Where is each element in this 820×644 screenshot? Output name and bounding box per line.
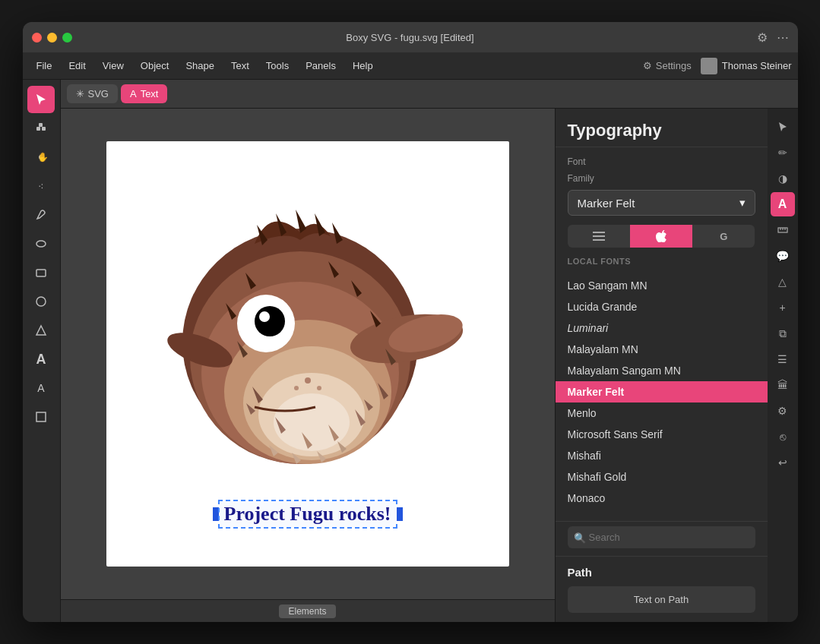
menu-edit[interactable]: Edit (61, 57, 93, 74)
svg-point-43 (317, 386, 321, 390)
right-tool-contrast[interactable]: ◑ (771, 166, 795, 191)
text-small-tool[interactable]: A (27, 374, 55, 402)
search-icon: 🔍 (574, 532, 586, 543)
left-toolbar: ✋ ⁖ (23, 80, 61, 622)
svg-point-44 (294, 386, 299, 390)
tab-svg[interactable]: ✳ SVG (67, 84, 118, 103)
menu-shape[interactable]: Shape (178, 57, 222, 74)
svg-marker-54 (779, 122, 787, 131)
font-item-luminari[interactable]: Luminari (556, 317, 768, 339)
more-icon[interactable]: ⋯ (777, 30, 789, 45)
right-tool-plus[interactable]: + (771, 295, 795, 320)
right-tool-bank[interactable]: 🏛 (771, 373, 795, 397)
font-item-malayalam-sangam[interactable]: Malayalam Sangam MN (556, 360, 768, 381)
text-tab-icon: A (130, 88, 137, 99)
minimize-button[interactable] (47, 33, 57, 43)
main-content: ✋ ⁖ (23, 80, 798, 622)
right-tool-undo[interactable]: ↩ (771, 450, 795, 475)
settings-icon: ⚙ (643, 60, 652, 71)
svg-rect-6 (36, 270, 46, 276)
text-handle-left[interactable] (212, 507, 220, 522)
font-item-lao[interactable]: Lao Sangam MN (556, 275, 768, 296)
svg-point-7 (36, 297, 46, 306)
right-tool-comment[interactable]: 💬 (771, 244, 795, 268)
canvas-background: Project Fugu rocks! (106, 141, 509, 567)
menu-tools[interactable]: Tools (258, 57, 296, 74)
source-tab-apple[interactable] (630, 225, 692, 248)
text-element[interactable]: Project Fugu rocks! (212, 501, 404, 527)
tab-text[interactable]: A Text (121, 84, 168, 103)
right-tool-gear[interactable]: ⚙ (771, 399, 795, 423)
font-list: Lao Sangam MN Lucida Grande Luminari Mal… (556, 275, 768, 521)
text-handle-right[interactable] (396, 507, 404, 522)
right-tool-triangle[interactable]: △ (771, 270, 795, 294)
settings-button[interactable]: ⚙ Settings (643, 60, 692, 71)
pen-tool[interactable] (27, 201, 55, 229)
right-tool-pointer[interactable] (771, 115, 795, 139)
font-family-dropdown[interactable]: Marker Felt ▾ (568, 190, 755, 216)
circle-tool[interactable] (27, 288, 55, 315)
node-tool[interactable] (27, 115, 55, 142)
font-item-marker-felt[interactable]: Marker Felt (556, 381, 768, 402)
fugu-container: Project Fugu rocks! (106, 141, 509, 567)
crop-tool[interactable] (27, 403, 55, 431)
svg-rect-9 (36, 412, 46, 421)
settings-label: Settings (656, 60, 692, 71)
canvas-text[interactable]: Project Fugu rocks! (220, 501, 396, 527)
right-tool-list[interactable]: ☰ (771, 347, 795, 371)
font-item-monaco[interactable]: Monaco (556, 488, 768, 509)
text-tool[interactable]: A (27, 346, 55, 373)
typography-panel: Typography Font Family Marker Felt ▾ (555, 109, 768, 622)
elements-badge[interactable]: Elements (279, 605, 335, 618)
svg-rect-52 (593, 235, 605, 237)
close-button[interactable] (32, 33, 42, 43)
source-tab-google[interactable]: G (692, 225, 755, 248)
font-section: Font Family Marker Felt ▾ (556, 147, 768, 225)
svg-marker-0 (36, 94, 46, 105)
svg-rect-1 (36, 127, 40, 131)
canvas-area[interactable]: Project Fugu rocks! Elements (61, 109, 555, 622)
canvas-inner: Project Fugu rocks! (61, 109, 555, 599)
user-button[interactable]: Thomas Steiner (701, 58, 792, 74)
menu-panels[interactable]: Panels (298, 57, 344, 74)
triangle-tool[interactable] (27, 317, 55, 344)
search-wrapper: 🔍 (568, 526, 755, 548)
menu-text[interactable]: Text (223, 57, 257, 74)
menu-help[interactable]: Help (345, 57, 381, 74)
menu-view[interactable]: View (95, 57, 131, 74)
menu-object[interactable]: Object (133, 57, 177, 74)
svg-rect-53 (593, 239, 605, 241)
font-item-microsoft-sans[interactable]: Microsoft Sans Serif (556, 424, 768, 445)
search-container: 🔍 (556, 521, 768, 556)
font-item-malayalam[interactable]: Malayalam MN (556, 339, 768, 360)
app-window: Boxy SVG - fugu.svg [Edited] ⚙ ⋯ File Ed… (23, 22, 798, 622)
font-item-lucida[interactable]: Lucida Grande (556, 296, 768, 317)
font-item-mishafi[interactable]: Mishafi (556, 445, 768, 466)
panel-title: Typography (556, 109, 768, 147)
puzzle-icon[interactable]: ⚙ (757, 30, 768, 45)
rect-tool[interactable] (27, 259, 55, 286)
maximize-button[interactable] (62, 33, 72, 43)
zoom-tool[interactable]: ⁖ (27, 172, 55, 200)
right-tool-export[interactable]: ⎋ (771, 425, 795, 449)
pan-tool[interactable]: ✋ (27, 144, 55, 171)
far-right-toolbar: ✏ ◑ A 💬 △ + ⧉ ☰ 🏛 ⚙ ⎋ ↩ (768, 109, 798, 622)
select-tool[interactable] (27, 86, 55, 113)
svg-point-40 (255, 306, 285, 336)
right-tool-typography[interactable]: A (771, 192, 795, 216)
svg-rect-2 (42, 127, 46, 131)
text-on-path-button[interactable]: Text on Path (568, 586, 755, 613)
font-search-input[interactable] (568, 526, 755, 548)
font-item-menlo[interactable]: Menlo (556, 402, 768, 424)
source-tab-list[interactable] (568, 225, 630, 248)
right-tool-ruler[interactable] (771, 218, 795, 242)
fugu-svg (133, 191, 483, 517)
font-section-label: Font (568, 156, 755, 167)
family-label: Family (568, 173, 755, 184)
right-tool-pencil[interactable]: ✏ (771, 140, 795, 165)
ellipse-tool[interactable] (27, 230, 55, 257)
font-item-mishafi-gold[interactable]: Mishafi Gold (556, 466, 768, 488)
right-tool-layers[interactable]: ⧉ (771, 321, 795, 346)
menu-file[interactable]: File (29, 57, 60, 74)
local-fonts-label: LOCAL FONTS (568, 254, 755, 269)
